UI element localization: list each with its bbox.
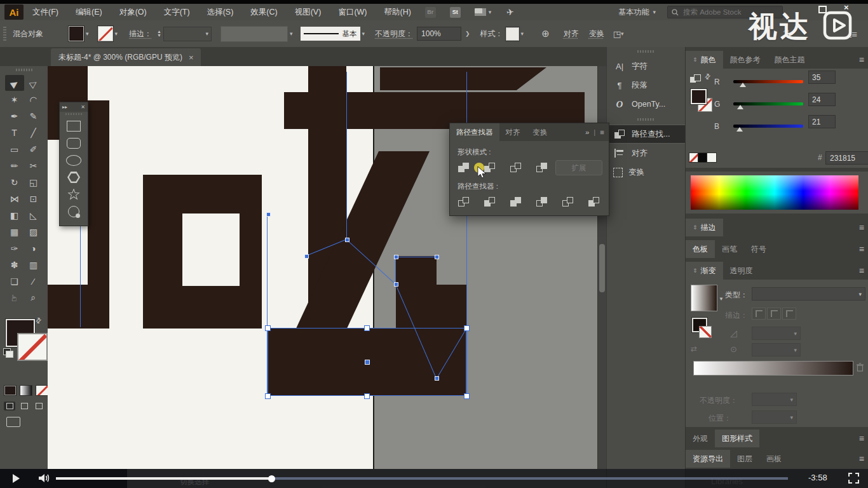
- brush-definition-dropdown[interactable]: [220, 26, 288, 42]
- tearoff-collapse-icon[interactable]: ▸▸: [62, 104, 67, 110]
- workspace-switcher[interactable]: 基本功能 ▾: [618, 7, 656, 18]
- panel-collapse-icon[interactable]: ⇕: [693, 224, 698, 231]
- slice-tool[interactable]: ∕: [24, 273, 43, 289]
- pen-tool[interactable]: ✒: [5, 108, 24, 124]
- fill-swatch[interactable]: [69, 26, 84, 41]
- gradient-fill-stroke-icon[interactable]: [692, 318, 711, 337]
- delete-stop-icon[interactable]: [856, 363, 864, 372]
- B-value-field[interactable]: 21: [808, 115, 836, 128]
- opacity-link[interactable]: 不透明度：: [375, 29, 413, 39]
- panel-grip[interactable]: [637, 50, 655, 53]
- reverse-gradient-icon[interactable]: ⇄: [691, 344, 697, 353]
- rotate-tool[interactable]: ↻: [5, 174, 24, 190]
- R-slider-thumb[interactable]: [740, 83, 746, 87]
- anchor-point[interactable]: [394, 255, 398, 259]
- hex-value-field[interactable]: 231815: [825, 151, 868, 165]
- panel-menu-icon[interactable]: ≡: [859, 266, 864, 276]
- tab-swatches[interactable]: 色板: [686, 240, 715, 258]
- panel-menu-icon[interactable]: ≡: [859, 55, 864, 65]
- fill-proxy[interactable]: [691, 89, 707, 104]
- screen-mode-button[interactable]: [6, 417, 20, 427]
- stroke-panel-link[interactable]: 描边：: [129, 29, 152, 39]
- chevron-down-icon[interactable]: ▼: [719, 296, 724, 302]
- minus-back-button[interactable]: [587, 194, 602, 208]
- style-dropdown[interactable]: ▾: [506, 27, 524, 41]
- scissors-tool[interactable]: ✂: [24, 158, 43, 173]
- intersect-button[interactable]: [508, 160, 524, 174]
- blend-tool[interactable]: ◑: [24, 240, 43, 256]
- menu-view[interactable]: 视图(V): [295, 7, 322, 18]
- G-value-field[interactable]: 24: [808, 93, 836, 106]
- line-segment-tool[interactable]: ╱: [24, 125, 43, 140]
- gradient-slider[interactable]: [693, 361, 853, 376]
- tab-transform[interactable]: 变换: [527, 123, 554, 141]
- glyph-hook-step[interactable]: [437, 285, 467, 329]
- close-tab-icon[interactable]: ×: [189, 53, 194, 62]
- menu-help[interactable]: 帮助(H): [384, 7, 411, 18]
- tab-symbols[interactable]: 符号: [744, 240, 773, 258]
- gpu-performance-icon[interactable]: ✈: [506, 6, 515, 17]
- anchor-point[interactable]: [394, 282, 398, 287]
- trim-button[interactable]: [482, 194, 498, 208]
- expand-button[interactable]: 扩展: [555, 160, 602, 175]
- panel-collapse-icon[interactable]: ⇕: [693, 57, 698, 63]
- tab-align[interactable]: 对齐: [499, 123, 527, 141]
- bridge-icon[interactable]: Br: [425, 7, 436, 18]
- tab-artboards[interactable]: 画板: [759, 450, 789, 468]
- spectrum-bar[interactable]: [691, 175, 858, 210]
- anchor-point[interactable]: [266, 212, 271, 217]
- exclude-button[interactable]: [534, 160, 550, 174]
- bounding-box-handle[interactable]: [265, 325, 271, 331]
- panel-grip[interactable]: [65, 113, 82, 115]
- flare-tool[interactable]: [62, 205, 85, 219]
- magic-wand-tool[interactable]: ✶: [5, 92, 24, 107]
- mesh-tool[interactable]: ▦: [5, 224, 24, 240]
- tab-color-themes[interactable]: 颜色主题: [768, 51, 812, 69]
- polygon-tool[interactable]: [62, 170, 85, 184]
- swap-fill-stroke-icon[interactable]: ⇄: [34, 316, 44, 326]
- unite-button[interactable]: [456, 160, 471, 174]
- stop-position-dropdown[interactable]: ▾: [752, 410, 797, 424]
- close-icon[interactable]: ✕: [81, 104, 85, 110]
- menu-select[interactable]: 选择(S): [207, 7, 234, 18]
- chevron-right-icon[interactable]: ❯: [465, 30, 470, 37]
- stroke-weight-stepper[interactable]: ▲▼: [157, 30, 161, 37]
- variable-width-profile[interactable]: 基本: [301, 27, 360, 41]
- menu-file[interactable]: 文件(F): [32, 7, 58, 18]
- anchor-point[interactable]: [435, 255, 439, 259]
- lasso-tool[interactable]: ◠: [24, 92, 43, 107]
- white-swatch[interactable]: [707, 152, 717, 163]
- aspect-ratio-dropdown[interactable]: ▾: [752, 343, 801, 356]
- document-setup-icon[interactable]: ⊕: [541, 28, 550, 39]
- rounded-rectangle-tool[interactable]: [62, 136, 85, 150]
- bounding-box-handle[interactable]: [364, 325, 370, 331]
- stroke-none-swatch[interactable]: [98, 26, 113, 41]
- R-slider-track[interactable]: [733, 80, 803, 83]
- scrollbar-thumb[interactable]: [599, 244, 605, 292]
- dock-pathfinder[interactable]: 路径查找...: [607, 125, 686, 144]
- anchor-point[interactable]: [304, 254, 309, 259]
- shape-builder-tool[interactable]: ◧: [5, 207, 24, 223]
- color-spectrum[interactable]: [686, 172, 868, 214]
- menu-type[interactable]: 文字(T): [164, 7, 190, 18]
- gradient-thumbnail[interactable]: [691, 285, 717, 311]
- selection-tool[interactable]: ▶: [5, 75, 24, 91]
- merge-button[interactable]: [508, 194, 524, 208]
- free-transform-tool[interactable]: ⊡: [24, 191, 43, 207]
- symbol-sprayer-tool[interactable]: ✽: [5, 257, 24, 273]
- width-tool[interactable]: ⋈: [5, 191, 24, 207]
- shaper-tool[interactable]: ✏: [5, 158, 24, 173]
- glyph-hook[interactable]: [396, 256, 437, 329]
- video-progress-track[interactable]: [56, 477, 788, 480]
- fill-color-control[interactable]: ▾: [69, 26, 89, 41]
- panel-menu-icon[interactable]: ≡: [859, 454, 864, 464]
- align-panel-link[interactable]: 对齐: [564, 29, 579, 39]
- stroke-along-button[interactable]: [767, 308, 781, 320]
- dock-opentype[interactable]: OOpenTy...: [607, 95, 686, 114]
- panel-menu-icon[interactable]: ≡: [859, 222, 864, 233]
- scale-tool[interactable]: ◱: [24, 174, 43, 190]
- R-value-field[interactable]: 35: [808, 71, 836, 84]
- gradient-type-dropdown[interactable]: ▾: [752, 287, 865, 301]
- crop-button[interactable]: [534, 194, 550, 208]
- panel-overflow-icon[interactable]: »: [585, 128, 589, 136]
